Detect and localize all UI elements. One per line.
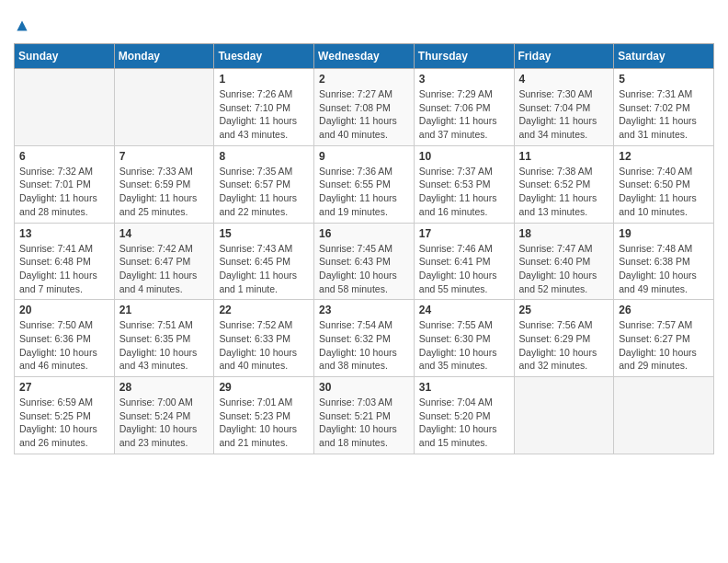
day-info: Sunrise: 7:36 AMSunset: 6:55 PMDaylight:… <box>319 165 409 219</box>
day-info: Sunrise: 7:40 AMSunset: 6:50 PMDaylight:… <box>619 165 709 219</box>
day-info: Sunrise: 7:31 AMSunset: 7:02 PMDaylight:… <box>619 87 709 142</box>
day-number: 19 <box>619 227 709 240</box>
day-number: 27 <box>19 381 109 394</box>
week-row-5: 27Sunrise: 6:59 AMSunset: 5:25 PMDayligh… <box>15 377 714 454</box>
logo-icon <box>16 19 28 32</box>
column-header-friday: Friday <box>514 44 614 69</box>
week-row-3: 13Sunrise: 7:41 AMSunset: 6:48 PMDayligh… <box>15 223 714 300</box>
day-info: Sunrise: 7:54 AMSunset: 6:32 PMDaylight:… <box>319 318 409 373</box>
day-info: Sunrise: 7:46 AMSunset: 6:41 PMDaylight:… <box>419 242 509 296</box>
day-info: Sunrise: 7:52 AMSunset: 6:33 PMDaylight:… <box>219 318 309 373</box>
day-number: 25 <box>519 304 609 316</box>
day-cell: 13Sunrise: 7:41 AMSunset: 6:48 PMDayligh… <box>15 223 115 300</box>
day-info: Sunrise: 7:32 AMSunset: 7:01 PMDaylight:… <box>19 165 109 219</box>
day-cell: 18Sunrise: 7:47 AMSunset: 6:40 PMDayligh… <box>514 223 614 300</box>
calendar: SundayMondayTuesdayWednesdayThursdayFrid… <box>14 43 714 454</box>
day-number: 22 <box>219 304 309 316</box>
day-number: 17 <box>419 227 509 240</box>
day-info: Sunrise: 7:35 AMSunset: 6:57 PMDaylight:… <box>219 165 309 219</box>
day-cell: 3Sunrise: 7:29 AMSunset: 7:06 PMDaylight… <box>414 69 514 146</box>
column-header-thursday: Thursday <box>414 44 514 69</box>
page-header: Blue <box>14 14 714 34</box>
day-info: Sunrise: 7:01 AMSunset: 5:23 PMDaylight:… <box>219 396 309 450</box>
column-header-sunday: Sunday <box>15 44 115 69</box>
day-cell: 6Sunrise: 7:32 AMSunset: 7:01 PMDaylight… <box>15 145 115 223</box>
day-number: 29 <box>219 381 309 394</box>
day-cell: 11Sunrise: 7:38 AMSunset: 6:52 PMDayligh… <box>514 145 614 223</box>
day-info: Sunrise: 7:33 AMSunset: 6:59 PMDaylight:… <box>119 165 210 219</box>
day-number: 1 <box>219 73 309 86</box>
day-number: 18 <box>519 227 609 240</box>
day-info: Sunrise: 7:55 AMSunset: 6:30 PMDaylight:… <box>419 318 509 373</box>
day-info: Sunrise: 7:37 AMSunset: 6:53 PMDaylight:… <box>419 165 509 219</box>
week-row-2: 6Sunrise: 7:32 AMSunset: 7:01 PMDaylight… <box>15 145 714 223</box>
column-header-monday: Monday <box>114 44 214 69</box>
day-cell: 30Sunrise: 7:03 AMSunset: 5:21 PMDayligh… <box>314 377 415 454</box>
day-cell: 10Sunrise: 7:37 AMSunset: 6:53 PMDayligh… <box>414 145 514 223</box>
day-number: 9 <box>319 150 409 163</box>
day-cell: 8Sunrise: 7:35 AMSunset: 6:57 PMDaylight… <box>214 145 314 223</box>
logo-text <box>14 14 28 34</box>
day-cell <box>15 69 115 146</box>
day-cell: 19Sunrise: 7:48 AMSunset: 6:38 PMDayligh… <box>614 223 714 300</box>
week-row-1: 1Sunrise: 7:26 AMSunset: 7:10 PMDaylight… <box>15 69 714 146</box>
day-cell: 21Sunrise: 7:51 AMSunset: 6:35 PMDayligh… <box>114 300 214 377</box>
week-row-4: 20Sunrise: 7:50 AMSunset: 6:36 PMDayligh… <box>15 300 714 377</box>
day-cell: 5Sunrise: 7:31 AMSunset: 7:02 PMDaylight… <box>614 69 714 146</box>
day-cell: 27Sunrise: 6:59 AMSunset: 5:25 PMDayligh… <box>15 377 115 454</box>
day-info: Sunrise: 7:03 AMSunset: 5:21 PMDaylight:… <box>319 396 409 450</box>
day-info: Sunrise: 7:42 AMSunset: 6:47 PMDaylight:… <box>119 242 210 296</box>
day-number: 16 <box>319 227 409 240</box>
day-cell: 12Sunrise: 7:40 AMSunset: 6:50 PMDayligh… <box>614 145 714 223</box>
day-info: Sunrise: 7:04 AMSunset: 5:20 PMDaylight:… <box>419 396 509 450</box>
day-number: 6 <box>19 150 109 163</box>
day-cell: 22Sunrise: 7:52 AMSunset: 6:33 PMDayligh… <box>214 300 314 377</box>
day-info: Sunrise: 7:38 AMSunset: 6:52 PMDaylight:… <box>519 165 609 219</box>
day-info: Sunrise: 7:30 AMSunset: 7:04 PMDaylight:… <box>519 87 609 142</box>
day-cell: 24Sunrise: 7:55 AMSunset: 6:30 PMDayligh… <box>414 300 514 377</box>
day-info: Sunrise: 7:29 AMSunset: 7:06 PMDaylight:… <box>419 87 509 142</box>
day-number: 26 <box>619 304 709 316</box>
day-number: 4 <box>519 73 609 86</box>
day-cell: 25Sunrise: 7:56 AMSunset: 6:29 PMDayligh… <box>514 300 614 377</box>
day-number: 13 <box>19 227 109 240</box>
day-number: 8 <box>219 150 309 163</box>
day-info: Sunrise: 7:43 AMSunset: 6:45 PMDaylight:… <box>219 242 309 296</box>
day-number: 14 <box>119 227 210 240</box>
day-number: 24 <box>419 304 509 316</box>
column-header-wednesday: Wednesday <box>314 44 415 69</box>
day-number: 5 <box>619 73 709 86</box>
day-info: Sunrise: 7:00 AMSunset: 5:24 PMDaylight:… <box>119 396 210 450</box>
day-cell: 23Sunrise: 7:54 AMSunset: 6:32 PMDayligh… <box>314 300 415 377</box>
day-number: 20 <box>19 304 109 316</box>
day-number: 31 <box>419 381 509 394</box>
column-header-saturday: Saturday <box>614 44 714 69</box>
day-cell: 2Sunrise: 7:27 AMSunset: 7:08 PMDaylight… <box>314 69 415 146</box>
day-number: 7 <box>119 150 210 163</box>
day-cell: 26Sunrise: 7:57 AMSunset: 6:27 PMDayligh… <box>614 300 714 377</box>
day-number: 21 <box>119 304 210 316</box>
day-info: Sunrise: 7:41 AMSunset: 6:48 PMDaylight:… <box>19 242 109 296</box>
day-number: 30 <box>319 381 409 394</box>
day-info: Sunrise: 7:48 AMSunset: 6:38 PMDaylight:… <box>619 242 709 296</box>
day-info: Sunrise: 7:45 AMSunset: 6:43 PMDaylight:… <box>319 242 409 296</box>
day-number: 3 <box>419 73 509 86</box>
day-cell <box>614 377 714 454</box>
day-info: Sunrise: 7:56 AMSunset: 6:29 PMDaylight:… <box>519 318 609 373</box>
day-cell <box>514 377 614 454</box>
column-header-tuesday: Tuesday <box>214 44 314 69</box>
day-info: Sunrise: 7:57 AMSunset: 6:27 PMDaylight:… <box>619 318 709 373</box>
day-number: 2 <box>319 73 409 86</box>
day-cell <box>114 69 214 146</box>
day-number: 12 <box>619 150 709 163</box>
day-number: 10 <box>419 150 509 163</box>
day-info: Sunrise: 7:26 AMSunset: 7:10 PMDaylight:… <box>219 87 309 142</box>
day-cell: 28Sunrise: 7:00 AMSunset: 5:24 PMDayligh… <box>114 377 214 454</box>
day-cell: 1Sunrise: 7:26 AMSunset: 7:10 PMDaylight… <box>214 69 314 146</box>
day-cell: 4Sunrise: 7:30 AMSunset: 7:04 PMDaylight… <box>514 69 614 146</box>
day-number: 28 <box>119 381 210 394</box>
day-info: Sunrise: 7:50 AMSunset: 6:36 PMDaylight:… <box>19 318 109 373</box>
calendar-header-row: SundayMondayTuesdayWednesdayThursdayFrid… <box>15 44 714 69</box>
day-cell: 7Sunrise: 7:33 AMSunset: 6:59 PMDaylight… <box>114 145 214 223</box>
day-number: 11 <box>519 150 609 163</box>
